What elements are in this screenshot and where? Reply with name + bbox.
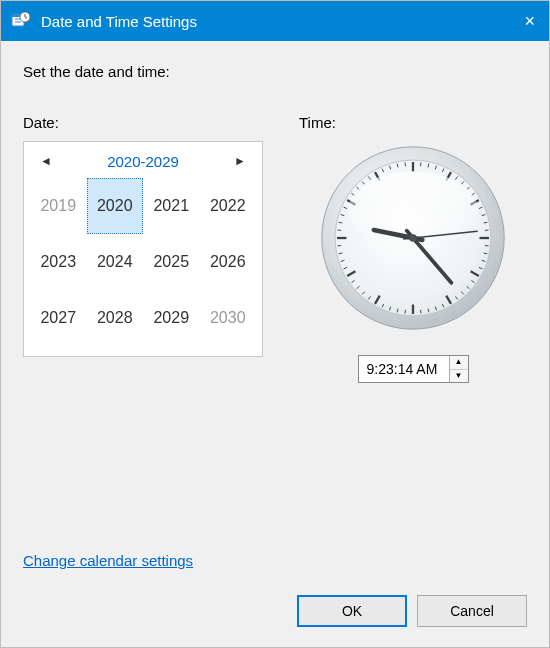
analog-clock (318, 143, 508, 333)
calendar-grid: 2019202020212022202320242025202620272028… (30, 178, 256, 346)
time-value[interactable]: 9:23:14 AM (359, 356, 449, 382)
calendar-year-cell[interactable]: 2026 (200, 234, 257, 290)
calendar-year-cell[interactable]: 2030 (200, 290, 257, 346)
calendar-year-picker: ◄ 2020-2029 ► 20192020202120222023202420… (23, 141, 263, 357)
time-label: Time: (299, 114, 527, 131)
calendar-year-cell[interactable]: 2021 (143, 178, 200, 234)
window-title: Date and Time Settings (41, 13, 505, 30)
date-label: Date: (23, 114, 263, 131)
calendar-next-button[interactable]: ► (230, 152, 250, 170)
instruction-text: Set the date and time: (23, 63, 527, 80)
ok-button[interactable]: OK (297, 595, 407, 627)
dialog-buttons: OK Cancel (297, 595, 527, 627)
calendar-year-cell[interactable]: 2028 (87, 290, 144, 346)
time-spin-down[interactable]: ▼ (450, 370, 468, 383)
calendar-year-cell[interactable]: 2029 (143, 290, 200, 346)
calendar-year-cell[interactable]: 2025 (143, 234, 200, 290)
svg-point-73 (409, 234, 417, 242)
calendar-prev-button[interactable]: ◄ (36, 152, 56, 170)
calendar-year-cell[interactable]: 2023 (30, 234, 87, 290)
time-spinner: ▲ ▼ (449, 356, 468, 382)
calendar-year-cell[interactable]: 2024 (87, 234, 144, 290)
calendar-year-cell[interactable]: 2022 (200, 178, 257, 234)
time-column: Time: (299, 114, 527, 383)
calendar-range-label[interactable]: 2020-2029 (107, 153, 179, 170)
change-calendar-settings-link[interactable]: Change calendar settings (23, 552, 193, 569)
titlebar[interactable]: Date and Time Settings × (1, 1, 549, 41)
calendar-year-cell[interactable]: 2020 (87, 178, 144, 234)
calendar-year-cell[interactable]: 2019 (30, 178, 87, 234)
date-time-app-icon (11, 11, 31, 31)
calendar-year-cell[interactable]: 2027 (30, 290, 87, 346)
time-input[interactable]: 9:23:14 AM ▲ ▼ (358, 355, 469, 383)
time-spin-up[interactable]: ▲ (450, 356, 468, 370)
cancel-button[interactable]: Cancel (417, 595, 527, 627)
close-icon[interactable]: × (505, 11, 535, 32)
content-area: Set the date and time: Date: ◄ 2020-2029… (1, 41, 549, 647)
date-column: Date: ◄ 2020-2029 ► 20192020202120222023… (23, 114, 263, 383)
